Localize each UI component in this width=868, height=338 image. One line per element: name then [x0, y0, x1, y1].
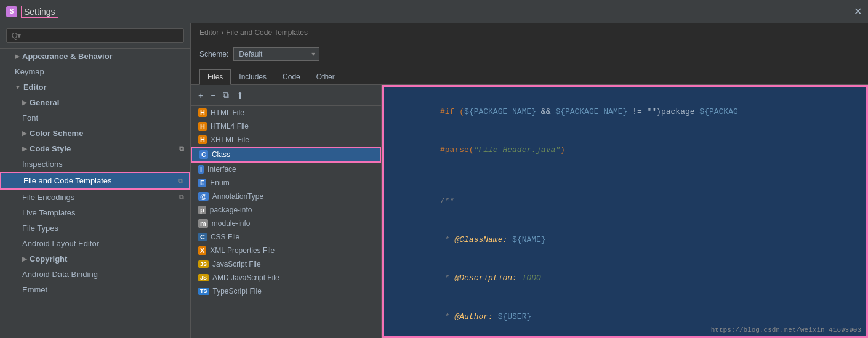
sidebar: ▶ Appearance & Behavior Keymap ▼ Editor …: [0, 23, 191, 338]
bottom-url: https://blog.csdn.net/weixin_41693903: [711, 326, 861, 334]
file-list-item-css[interactable]: C CSS File: [191, 230, 381, 244]
sidebar-item-keymap[interactable]: Keymap: [0, 64, 190, 79]
file-list-item-html4[interactable]: H HTML4 File: [191, 119, 381, 133]
arrow-down-icon: ▼: [15, 84, 21, 91]
sidebar-item-copyright[interactable]: ▶ Copyright: [0, 251, 190, 267]
file-list-item-typescript[interactable]: TS TypeScript File: [191, 284, 381, 298]
class-file-icon: C: [199, 150, 208, 159]
sidebar-item-label: Code Style: [30, 144, 71, 153]
file-list-item-javascript[interactable]: JS JavaScript File: [191, 257, 381, 271]
file-list-item-enum[interactable]: E Enum: [191, 176, 381, 190]
code-line: #if (${PACKAGE_NAME} && ${PACKAGE_NAME} …: [392, 93, 858, 131]
breadcrumb-parent: Editor: [199, 28, 219, 37]
file-list-item-interface[interactable]: I Interface: [191, 163, 381, 176]
sidebar-item-appearance[interactable]: ▶ Appearance & Behavior: [0, 49, 190, 64]
copy-icon: ⧉: [179, 145, 184, 153]
remove-button[interactable]: −: [208, 89, 218, 102]
annotation-file-icon: @: [198, 192, 209, 201]
sidebar-item-fileencodings[interactable]: File Encodings ⧉: [0, 190, 190, 205]
file-list-item-class[interactable]: C Class: [191, 147, 381, 163]
file-list-item-package-info[interactable]: p package-info: [191, 203, 381, 217]
sidebar-item-colorscheme[interactable]: ▶ Color Scheme: [0, 126, 190, 141]
file-list-item-amd-javascript[interactable]: JS AMD JavaScript File: [191, 271, 381, 284]
code-editor[interactable]: #if (${PACKAGE_NAME} && ${PACKAGE_NAME} …: [382, 85, 868, 338]
copy-icon: ⧉: [179, 193, 184, 201]
file-list-item-xhtml[interactable]: H XHTML File: [191, 133, 381, 147]
sidebar-item-label: Android Data Binding: [22, 270, 98, 279]
sidebar-item-label: Appearance & Behavior: [22, 52, 113, 61]
sidebar-item-editor[interactable]: ▼ Editor: [0, 79, 190, 95]
content-panel: Editor › File and Code Templates Scheme:…: [191, 23, 868, 338]
interface-file-icon: I: [198, 165, 204, 174]
arrow-right-icon: ▶: [22, 130, 27, 137]
arrow-right-icon: ▶: [22, 256, 27, 262]
sidebar-item-label: Font: [22, 113, 38, 123]
move-up-button[interactable]: ⬆: [234, 89, 246, 102]
add-button[interactable]: +: [196, 89, 206, 102]
sidebar-item-livetemplates[interactable]: Live Templates: [0, 205, 190, 220]
file-list-item-label: AMD JavaScript File: [212, 273, 279, 282]
sidebar-item-filetypes[interactable]: File Types: [0, 220, 190, 236]
code-line: * @Description: TODO: [392, 259, 858, 297]
scheme-label: Scheme:: [199, 50, 228, 58]
close-button[interactable]: ✕: [854, 6, 862, 17]
html-file-icon: H: [198, 108, 207, 117]
file-list-item-label: Class: [212, 150, 230, 159]
file-list-item-xml-properties[interactable]: X XML Properties File: [191, 244, 381, 257]
file-list-item-html[interactable]: H HTML File: [191, 106, 381, 119]
sidebar-item-label: Color Scheme: [30, 129, 83, 138]
title-bar-left: S Settings: [6, 6, 58, 18]
breadcrumb: Editor › File and Code Templates: [191, 23, 868, 42]
sidebar-item-general[interactable]: ▶ General: [0, 95, 190, 110]
file-list-item-label: AnnotationType: [212, 192, 263, 201]
sidebar-item-androiddatabinding[interactable]: Android Data Binding: [0, 267, 190, 282]
sidebar-item-codestyle[interactable]: ▶ Code Style ⧉: [0, 141, 190, 156]
sidebar-item-label: General: [30, 98, 59, 107]
package-file-icon: p: [198, 206, 206, 214]
scheme-select[interactable]: Default: [233, 47, 319, 61]
file-list-item-annotation[interactable]: @ AnnotationType: [191, 190, 381, 203]
tab-files[interactable]: Files: [199, 69, 231, 85]
code-line: /**: [392, 183, 858, 221]
amd-file-icon: JS: [198, 274, 209, 281]
xml-file-icon: X: [198, 246, 206, 255]
tab-other[interactable]: Other: [308, 69, 343, 84]
sidebar-item-filecodetemplates[interactable]: File and Code Templates ⧉: [0, 172, 190, 190]
file-list-toolbar: + − ⧉ ⬆: [191, 85, 381, 106]
arrow-right-icon: ▶: [22, 145, 27, 152]
search-input[interactable]: [6, 28, 184, 43]
sidebar-item-inspections[interactable]: Inspections: [0, 156, 190, 172]
settings-icon: S: [6, 6, 17, 17]
breadcrumb-current: File and Code Templates: [226, 28, 308, 37]
sidebar-item-label: Editor: [23, 82, 47, 92]
file-list-item-label: HTML4 File: [211, 122, 249, 131]
sidebar-item-emmet[interactable]: Emmet: [0, 282, 190, 297]
scheme-bar: Scheme: Default: [191, 42, 868, 66]
sidebar-item-androidlayouteditor[interactable]: Android Layout Editor: [0, 236, 190, 251]
split-pane: + − ⧉ ⬆ H HTML File H HTML4 File H XHTML…: [191, 85, 868, 338]
html4-file-icon: H: [198, 122, 207, 131]
main-layout: ▶ Appearance & Behavior Keymap ▼ Editor …: [0, 23, 868, 338]
tab-code[interactable]: Code: [275, 69, 308, 84]
title-bar: S Settings ✕: [0, 0, 868, 23]
sidebar-item-font[interactable]: Font: [0, 110, 190, 126]
scheme-select-wrap[interactable]: Default: [233, 47, 319, 61]
file-list-item-label: XML Properties File: [210, 246, 275, 255]
sidebar-item-label: Android Layout Editor: [22, 239, 99, 248]
copy-icon: ⧉: [178, 177, 183, 185]
copy-template-button[interactable]: ⧉: [220, 89, 231, 102]
search-bar: [0, 23, 190, 49]
sidebar-item-label: File Encodings: [22, 193, 74, 202]
sidebar-item-label: Inspections: [22, 159, 63, 169]
file-list-item-label: package-info: [210, 206, 252, 214]
file-list-item-label: Enum: [210, 179, 229, 187]
file-list: + − ⧉ ⬆ H HTML File H HTML4 File H XHTML…: [191, 85, 382, 338]
file-list-item-label: HTML File: [211, 108, 244, 117]
breadcrumb-separator: ›: [221, 28, 223, 37]
file-list-item-label: module-info: [212, 219, 251, 228]
code-line: #parse("File Header.java"): [392, 131, 858, 169]
tab-includes[interactable]: Includes: [231, 69, 275, 84]
file-list-item-label: TypeScript File: [213, 287, 262, 296]
file-list-item-module-info[interactable]: m module-info: [191, 217, 381, 230]
ts-file-icon: TS: [198, 288, 209, 295]
